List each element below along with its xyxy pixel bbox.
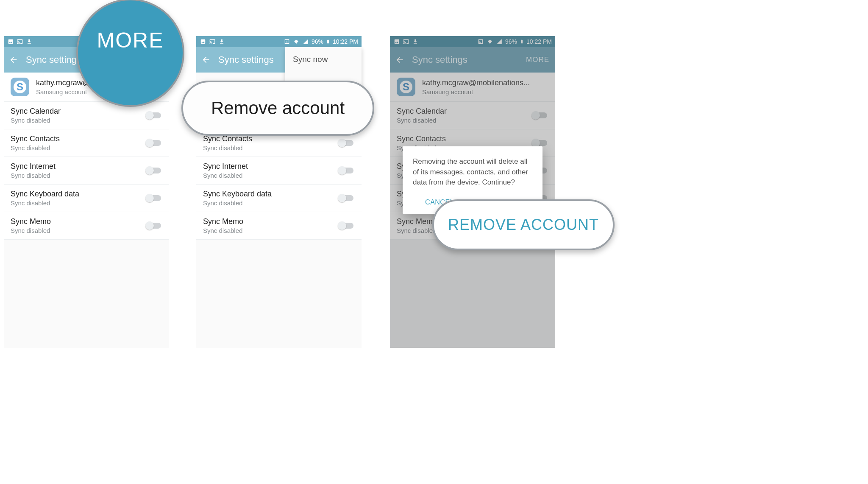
zoom-text: Remove account xyxy=(211,98,345,118)
account-row[interactable]: S kathy.mcgraw@mobilenations... Samsung … xyxy=(390,73,555,102)
samsung-account-icon: S xyxy=(397,78,415,96)
cast-icon xyxy=(403,39,409,45)
toggle-switch[interactable] xyxy=(338,166,355,175)
toggle-switch[interactable] xyxy=(145,166,162,175)
image-icon xyxy=(393,39,400,45)
account-provider: Samsung account xyxy=(422,88,530,95)
sync-label: Sync Keyboard data xyxy=(203,190,272,199)
appbar-title: Sync settings xyxy=(412,54,467,65)
sync-sub: Sync disabled xyxy=(11,199,79,207)
back-button[interactable] xyxy=(8,54,19,65)
wifi-icon xyxy=(487,39,493,45)
sync-sub: Sync disabled xyxy=(11,227,51,234)
battery-icon xyxy=(520,39,524,45)
sync-item-memo[interactable]: Sync Memo Sync disabled xyxy=(4,212,169,240)
app-bar: Sync settings MORE xyxy=(390,47,555,73)
sync-sub: Sync disabled xyxy=(11,144,60,151)
toggle-switch[interactable] xyxy=(145,221,162,230)
samsung-account-icon: S xyxy=(11,78,29,96)
sync-item-internet[interactable]: Sync Internet Sync disabled xyxy=(196,157,362,185)
sync-label: Sync Memo xyxy=(11,217,51,226)
sync-item-keyboard[interactable]: Sync Keyboard data Sync disabled xyxy=(196,185,362,212)
svg-text:N: N xyxy=(286,40,288,43)
cast-icon xyxy=(209,39,216,45)
zoom-callout-confirm: REMOVE ACCOUNT xyxy=(432,199,615,250)
toggle-switch[interactable] xyxy=(338,193,355,203)
appbar-title: Sync settings xyxy=(218,54,274,65)
wifi-icon xyxy=(293,39,300,45)
dialog-body: Removing the account will delete all of … xyxy=(413,157,532,188)
clock-text: 10:22 PM xyxy=(526,38,552,45)
nfc-icon: N xyxy=(477,39,484,45)
clock-text: 10:22 PM xyxy=(333,38,358,45)
sync-label: Sync Keyboard data xyxy=(11,190,79,199)
battery-percent: 96% xyxy=(505,38,517,45)
back-button[interactable] xyxy=(200,54,211,65)
account-email: kathy.mcgraw@ xyxy=(36,78,90,87)
sync-sub: Sync disabled xyxy=(203,172,248,179)
sync-item-calendar[interactable]: Sync Calendar Sync disabled xyxy=(390,102,555,129)
toggle-switch[interactable] xyxy=(531,111,548,120)
sync-item-memo[interactable]: Sync Memo Sync disabled xyxy=(196,212,362,240)
more-button[interactable]: MORE xyxy=(526,56,549,64)
sync-sub: Sync disabled xyxy=(11,172,56,179)
toggle-switch[interactable] xyxy=(338,138,355,148)
sync-sub: Sync disabled xyxy=(203,227,243,234)
sync-label: Sync Contacts xyxy=(11,134,60,143)
download-icon xyxy=(218,39,225,45)
cast-icon xyxy=(17,39,23,45)
sync-label: Sync Calendar xyxy=(397,107,447,116)
sync-sub: Sync disabled xyxy=(203,144,252,151)
download-icon xyxy=(412,39,419,45)
signal-icon xyxy=(496,39,503,45)
status-bar: N 96% 10:22 PM xyxy=(196,36,362,47)
sync-sub: Sync disabled xyxy=(397,227,437,234)
sync-item-contacts[interactable]: Sync Contacts Sync disabled xyxy=(4,129,169,157)
battery-percent: 96% xyxy=(312,38,323,45)
toggle-switch[interactable] xyxy=(145,193,162,203)
sync-item-keyboard[interactable]: Sync Keyboard data Sync disabled xyxy=(4,185,169,212)
account-provider: Samsung account xyxy=(36,88,90,95)
zoom-callout-more: MORE xyxy=(76,0,184,107)
download-icon xyxy=(26,39,33,45)
svg-text:N: N xyxy=(479,40,481,43)
zoom-text: REMOVE ACCOUNT xyxy=(448,216,599,234)
zoom-text: MORE xyxy=(97,28,164,53)
sync-sub: Sync disabled xyxy=(397,117,447,124)
sync-item-calendar[interactable]: Sync Calendar Sync disabled xyxy=(4,102,169,129)
toggle-switch[interactable] xyxy=(145,111,162,120)
sync-label: Sync Contacts xyxy=(203,134,252,143)
sync-label: Sync Calendar xyxy=(11,107,61,116)
back-button[interactable] xyxy=(394,54,405,65)
sync-item-internet[interactable]: Sync Internet Sync disabled xyxy=(4,157,169,185)
battery-icon xyxy=(326,39,330,45)
sync-sub: Sync disabled xyxy=(203,199,272,207)
sync-label: Sync Internet xyxy=(203,162,248,171)
sync-label: Sync Contacts xyxy=(397,134,446,143)
zoom-callout-remove-account: Remove account xyxy=(181,81,374,136)
nfc-icon: N xyxy=(284,39,290,45)
image-icon xyxy=(7,39,14,45)
sync-label: Sync Memo xyxy=(203,217,243,226)
screenshot-step-3: N 96% 10:22 PM Sync settings MORE S kath… xyxy=(390,36,555,348)
image-icon xyxy=(200,39,206,45)
menu-item-sync-now[interactable]: Sync now xyxy=(285,47,362,72)
toggle-switch[interactable] xyxy=(145,138,162,148)
toggle-switch[interactable] xyxy=(338,221,355,230)
sync-label: Sync Internet xyxy=(11,162,56,171)
account-email: kathy.mcgraw@mobilenations... xyxy=(422,78,530,87)
sync-label: Sync Memo xyxy=(397,217,437,226)
sync-sub: Sync disabled xyxy=(11,117,61,124)
status-bar: N 96% 10:22 PM xyxy=(390,36,555,47)
appbar-title: Sync settings xyxy=(26,54,81,65)
signal-icon xyxy=(302,39,309,45)
